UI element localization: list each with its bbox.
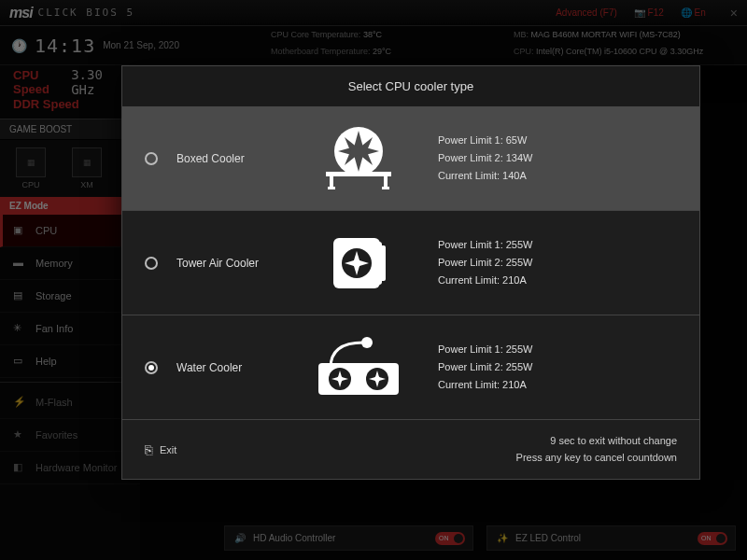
svg-rect-2 [326,172,391,176]
cooler-label: Tower Air Cooler [176,257,279,270]
cooler-option-water[interactable]: Water Cooler Power Limit 1: 255W Power L… [122,315,699,420]
svg-point-12 [361,337,373,348]
svg-rect-4 [384,176,388,188]
power-limit-2: Power Limit 2: 134W [438,149,532,167]
power-limit-2: Power Limit 2: 255W [438,358,532,376]
water-cooler-icon [298,332,419,402]
radio-unchecked-icon[interactable] [145,257,158,270]
power-limit-1: Power Limit 1: 255W [438,341,532,358]
power-limit-1: Power Limit 1: 65W [438,132,532,149]
exit-label: Exit [160,444,176,455]
svg-rect-6 [382,187,389,189]
countdown-hint: Press any key to cancel countdown [516,450,677,467]
radio-checked-icon[interactable] [145,361,158,374]
current-limit: Current Limit: 210A [438,272,532,289]
tower-cooler-icon [298,228,419,298]
radio-unchecked-icon[interactable] [145,152,158,165]
power-limit-2: Power Limit 2: 255W [438,254,532,272]
cooler-option-boxed[interactable]: Boxed Cooler Power Limit 1: 65W Power Li… [122,106,699,211]
boxed-cooler-icon [298,123,419,193]
svg-point-11 [353,259,360,267]
cooler-specs: Power Limit 1: 255W Power Limit 2: 255W … [438,341,532,393]
modal-footer: ⎘ Exit 9 sec to exit without change Pres… [122,420,699,479]
cooler-label: Boxed Cooler [176,152,279,165]
cooler-option-tower[interactable]: Tower Air Cooler Power Limit 1: 255W Pow… [122,211,699,315]
svg-rect-3 [330,176,333,188]
exit-button[interactable]: ⎘ Exit [145,442,176,457]
svg-rect-5 [328,187,335,189]
cooler-type-modal: Select CPU cooler type Boxed Cooler Powe… [121,65,700,480]
cooler-specs: Power Limit 1: 255W Power Limit 2: 255W … [438,236,532,288]
countdown-text: 9 sec to exit without change [516,433,677,450]
cooler-label: Water Cooler [176,361,279,374]
exit-icon: ⎘ [145,442,152,457]
modal-title: Select CPU cooler type [122,66,699,106]
current-limit: Current Limit: 210A [438,376,532,394]
power-limit-1: Power Limit 1: 255W [438,236,532,254]
svg-rect-9 [380,245,386,281]
countdown-block: 9 sec to exit without change Press any k… [516,433,677,466]
cooler-specs: Power Limit 1: 65W Power Limit 2: 134W C… [438,132,532,184]
current-limit: Current Limit: 140A [438,167,532,185]
